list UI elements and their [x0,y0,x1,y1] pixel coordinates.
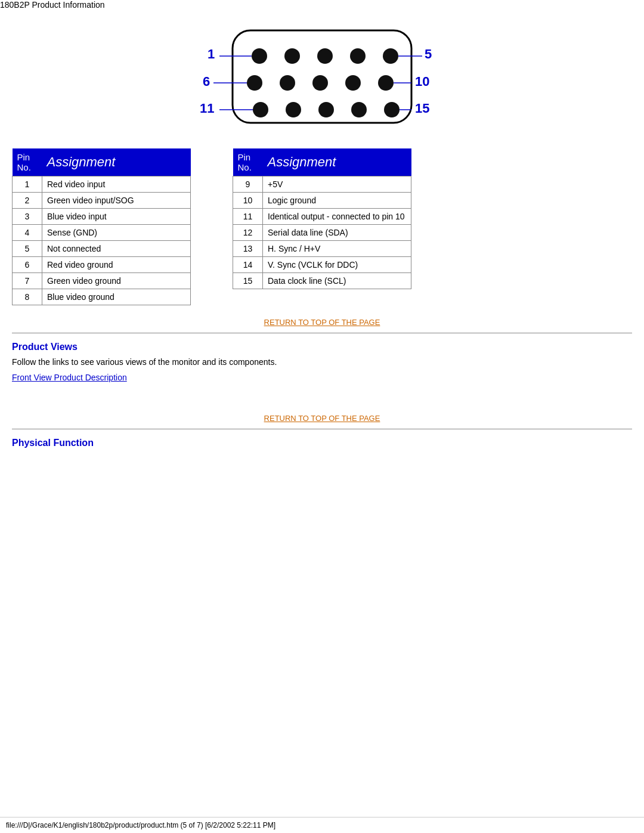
physical-function-section: Physical Function [12,438,632,448]
table-row: 13 H. Sync / H+V [233,241,411,257]
page-title-text: 180B2P Product Information [0,0,105,10]
pin-number: 10 [233,193,263,209]
svg-point-4 [284,48,300,64]
svg-point-5 [317,48,333,64]
pin-number: 7 [13,273,42,289]
return-link-wrapper-2: RETURN TO TOP OF THE PAGE [12,413,632,423]
pin-number: 12 [233,225,263,241]
svg-text:11: 11 [200,101,214,116]
pin-number: 4 [13,225,42,241]
pin-assignment: H. Sync / H+V [263,241,411,257]
pin-assignment: Green video input/SOG [42,193,191,209]
svg-point-22 [286,102,301,117]
svg-point-23 [318,102,334,117]
physical-function-heading: Physical Function [12,438,632,448]
svg-text:6: 6 [203,74,210,89]
right-pin-no-header: PinNo. [233,148,263,176]
svg-text:1: 1 [208,47,215,61]
table-row: 4 Sense (GND) [13,225,191,241]
svg-point-21 [253,102,268,117]
pin-number: 1 [13,176,42,193]
footer-bar: file:///D|/Grace/K1/english/180b2p/produ… [0,817,644,833]
pin-number: 2 [13,193,42,209]
pin-assignment: Red video input [42,176,191,193]
pin-number: 3 [13,209,42,225]
right-assignment-header: Assignment [263,148,411,176]
pin-assignment: +5V [263,176,411,193]
pin-assignment: Blue video input [42,209,191,225]
svg-point-25 [384,102,400,117]
pin-table-right: PinNo. Assignment 9 +5V 10 Logic ground … [233,148,411,289]
pin-number: 9 [233,176,263,193]
left-assignment-header: Assignment [42,148,191,176]
return-to-top-link-1[interactable]: RETURN TO TOP OF THE PAGE [264,318,380,327]
product-views-description: Follow the links to see various views of… [12,357,632,367]
pin-assignment: Not connected [42,241,191,257]
return-to-top-link-2[interactable]: RETURN TO TOP OF THE PAGE [264,414,380,423]
table-row: 7 Green video ground [13,273,191,289]
pin-number: 5 [13,241,42,257]
pin-assignment: Green video ground [42,273,191,289]
pin-assignment: Blue video ground [42,289,191,305]
pin-assignment: Data clock line (SCL) [263,273,411,289]
table-row: 14 V. Sync (VCLK for DDC) [233,257,411,273]
svg-point-24 [351,102,367,117]
pin-number: 8 [13,289,42,305]
product-views-heading: Product Views [12,342,632,352]
table-row: 12 Serial data line (SDA) [233,225,411,241]
product-views-section: Product Views Follow the links to see va… [12,342,632,382]
svg-point-3 [252,48,267,64]
return-link-wrapper-1: RETURN TO TOP OF THE PAGE [12,317,632,327]
table-row: 3 Blue video input [13,209,191,225]
table-row: 1 Red video input [13,176,191,193]
pin-assignment: V. Sync (VCLK for DDC) [263,257,411,273]
pin-assignment: Identical output - connected to pin 10 [263,209,411,225]
svg-text:10: 10 [415,74,429,89]
pin-tables-wrapper: PinNo. Assignment 1 Red video input 2 Gr… [12,148,632,305]
divider-2 [12,429,632,429]
svg-point-15 [345,75,361,91]
table-row: 9 +5V [233,176,411,193]
left-pin-no-header: PinNo. [13,148,42,176]
svg-text:15: 15 [415,101,429,116]
svg-point-12 [247,75,262,91]
table-row: 11 Identical output - connected to pin 1… [233,209,411,225]
footer-text: file:///D|/Grace/K1/english/180b2p/produ… [6,821,275,829]
pin-table-left: PinNo. Assignment 1 Red video input 2 Gr… [12,148,191,305]
pin-assignment: Sense (GND) [42,225,191,241]
table-row: 2 Green video input/SOG [13,193,191,209]
pin-number: 11 [233,209,263,225]
svg-point-14 [312,75,328,91]
table-row: 8 Blue video ground [13,289,191,305]
pin-number: 13 [233,241,263,257]
svg-text:5: 5 [425,47,432,61]
table-row: 10 Logic ground [233,193,411,209]
front-view-link[interactable]: Front View Product Description [12,373,127,382]
connector-diagram: 1 5 6 10 [197,21,447,137]
table-row: 15 Data clock line (SCL) [233,273,411,289]
pin-number: 6 [13,257,42,273]
pin-assignment: Serial data line (SDA) [263,225,411,241]
pin-assignment: Logic ground [263,193,411,209]
svg-point-7 [383,48,398,64]
svg-point-6 [350,48,366,64]
pin-number: 14 [233,257,263,273]
pin-assignment: Red video ground [42,257,191,273]
table-row: 6 Red video ground [13,257,191,273]
divider-1 [12,333,632,333]
vga-connector-svg: 1 5 6 10 [197,21,447,135]
svg-point-16 [378,75,394,91]
page-title-bar: 180B2P Product Information [0,0,644,10]
pin-number: 15 [233,273,263,289]
svg-point-13 [280,75,295,91]
table-row: 5 Not connected [13,241,191,257]
